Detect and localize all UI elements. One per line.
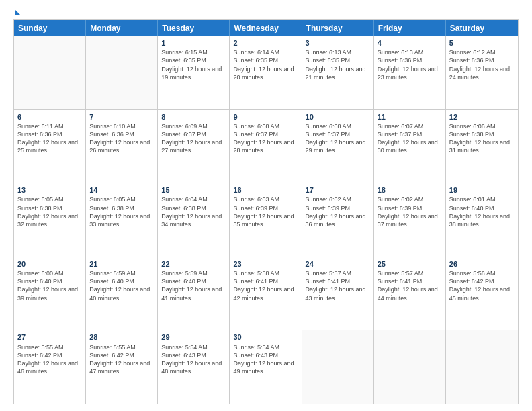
logo-triangle-icon: [15, 9, 21, 15]
calendar-cell: 2Sunrise: 6:14 AM Sunset: 6:35 PM Daylig…: [230, 36, 302, 109]
day-header-thursday: Thursday: [302, 20, 374, 36]
day-number: 21: [89, 259, 154, 269]
week-row-5: 27Sunrise: 5:55 AM Sunset: 6:42 PM Dayli…: [14, 330, 518, 404]
calendar-cell: 15Sunrise: 6:04 AM Sunset: 6:38 PM Dayli…: [158, 183, 230, 257]
calendar-cell: 8Sunrise: 6:09 AM Sunset: 6:37 PM Daylig…: [158, 110, 230, 183]
day-number: 27: [17, 332, 82, 342]
calendar-cell: 12Sunrise: 6:06 AM Sunset: 6:38 PM Dayli…: [446, 110, 518, 183]
calendar-cell: 18Sunrise: 6:02 AM Sunset: 6:39 PM Dayli…: [374, 183, 446, 257]
day-number: 12: [449, 112, 515, 122]
calendar-header: SundayMondayTuesdayWednesdayThursdayFrid…: [14, 20, 518, 36]
day-number: 29: [161, 332, 226, 342]
cell-info: Sunrise: 6:08 AM Sunset: 6:37 PM Dayligh…: [306, 122, 370, 155]
day-number: 9: [233, 112, 298, 122]
logo: [13, 12, 21, 15]
calendar-cell: 26Sunrise: 5:56 AM Sunset: 6:42 PM Dayli…: [446, 257, 518, 330]
cell-info: Sunrise: 5:54 AM Sunset: 6:43 PM Dayligh…: [161, 343, 226, 376]
calendar-cell: [86, 36, 158, 109]
cell-info: Sunrise: 6:12 AM Sunset: 6:36 PM Dayligh…: [449, 48, 515, 81]
cell-info: Sunrise: 6:13 AM Sunset: 6:35 PM Dayligh…: [306, 48, 370, 81]
day-number: 16: [233, 185, 298, 195]
calendar-cell: 19Sunrise: 6:01 AM Sunset: 6:40 PM Dayli…: [446, 183, 518, 257]
day-number: 24: [306, 259, 370, 269]
day-number: 30: [233, 332, 298, 342]
day-number: 6: [17, 112, 82, 122]
cell-info: Sunrise: 6:11 AM Sunset: 6:36 PM Dayligh…: [17, 122, 82, 155]
calendar-cell: [374, 330, 446, 404]
day-number: 15: [161, 185, 226, 195]
cell-info: Sunrise: 6:05 AM Sunset: 6:38 PM Dayligh…: [89, 195, 154, 228]
cell-info: Sunrise: 6:13 AM Sunset: 6:36 PM Dayligh…: [378, 48, 442, 81]
day-number: 8: [161, 112, 226, 122]
day-number: 18: [378, 185, 442, 195]
cell-info: Sunrise: 6:15 AM Sunset: 6:35 PM Dayligh…: [161, 48, 226, 81]
day-number: 1: [161, 38, 226, 48]
calendar-cell: 13Sunrise: 6:05 AM Sunset: 6:38 PM Dayli…: [14, 183, 86, 257]
calendar: SundayMondayTuesdayWednesdayThursdayFrid…: [13, 19, 519, 404]
calendar-cell: 25Sunrise: 5:57 AM Sunset: 6:41 PM Dayli…: [374, 257, 446, 330]
cell-info: Sunrise: 6:08 AM Sunset: 6:37 PM Dayligh…: [233, 122, 298, 155]
week-row-4: 20Sunrise: 6:00 AM Sunset: 6:40 PM Dayli…: [14, 257, 518, 330]
day-number: 28: [89, 332, 154, 342]
week-row-2: 6Sunrise: 6:11 AM Sunset: 6:36 PM Daylig…: [14, 109, 518, 183]
day-number: 23: [233, 259, 298, 269]
day-header-friday: Friday: [374, 20, 446, 36]
cell-info: Sunrise: 6:02 AM Sunset: 6:39 PM Dayligh…: [306, 195, 370, 228]
day-header-saturday: Saturday: [446, 20, 518, 36]
calendar-cell: 30Sunrise: 5:54 AM Sunset: 6:43 PM Dayli…: [230, 330, 302, 404]
cell-info: Sunrise: 5:59 AM Sunset: 6:40 PM Dayligh…: [161, 269, 226, 302]
calendar-cell: 11Sunrise: 6:07 AM Sunset: 6:37 PM Dayli…: [374, 110, 446, 183]
calendar-cell: 6Sunrise: 6:11 AM Sunset: 6:36 PM Daylig…: [14, 110, 86, 183]
day-number: 22: [161, 259, 226, 269]
day-header-monday: Monday: [86, 20, 158, 36]
calendar-cell: [302, 330, 374, 404]
cell-info: Sunrise: 5:56 AM Sunset: 6:42 PM Dayligh…: [449, 269, 515, 302]
calendar-cell: 20Sunrise: 6:00 AM Sunset: 6:40 PM Dayli…: [14, 257, 86, 330]
page: SundayMondayTuesdayWednesdayThursdayFrid…: [0, 0, 532, 411]
day-number: 3: [306, 38, 370, 48]
day-header-sunday: Sunday: [14, 20, 86, 36]
calendar-cell: 29Sunrise: 5:54 AM Sunset: 6:43 PM Dayli…: [158, 330, 230, 404]
week-row-3: 13Sunrise: 6:05 AM Sunset: 6:38 PM Dayli…: [14, 183, 518, 257]
calendar-body: 1Sunrise: 6:15 AM Sunset: 6:35 PM Daylig…: [14, 36, 518, 404]
day-number: 5: [449, 38, 515, 48]
cell-info: Sunrise: 5:55 AM Sunset: 6:42 PM Dayligh…: [89, 343, 154, 376]
cell-info: Sunrise: 6:04 AM Sunset: 6:38 PM Dayligh…: [161, 195, 226, 228]
calendar-cell: 4Sunrise: 6:13 AM Sunset: 6:36 PM Daylig…: [374, 36, 446, 109]
cell-info: Sunrise: 6:10 AM Sunset: 6:36 PM Dayligh…: [89, 122, 154, 155]
calendar-cell: 10Sunrise: 6:08 AM Sunset: 6:37 PM Dayli…: [302, 110, 374, 183]
day-number: 10: [306, 112, 370, 122]
calendar-cell: 9Sunrise: 6:08 AM Sunset: 6:37 PM Daylig…: [230, 110, 302, 183]
day-number: 17: [306, 185, 370, 195]
calendar-cell: 7Sunrise: 6:10 AM Sunset: 6:36 PM Daylig…: [86, 110, 158, 183]
calendar-cell: 24Sunrise: 5:57 AM Sunset: 6:41 PM Dayli…: [302, 257, 374, 330]
cell-info: Sunrise: 6:07 AM Sunset: 6:37 PM Dayligh…: [378, 122, 442, 155]
calendar-cell: 21Sunrise: 5:59 AM Sunset: 6:40 PM Dayli…: [86, 257, 158, 330]
day-number: 19: [449, 185, 515, 195]
cell-info: Sunrise: 6:00 AM Sunset: 6:40 PM Dayligh…: [17, 269, 82, 302]
day-number: 26: [449, 259, 515, 269]
cell-info: Sunrise: 5:57 AM Sunset: 6:41 PM Dayligh…: [378, 269, 442, 302]
calendar-cell: 14Sunrise: 6:05 AM Sunset: 6:38 PM Dayli…: [86, 183, 158, 257]
day-header-wednesday: Wednesday: [230, 20, 302, 36]
calendar-cell: 28Sunrise: 5:55 AM Sunset: 6:42 PM Dayli…: [86, 330, 158, 404]
calendar-cell: 3Sunrise: 6:13 AM Sunset: 6:35 PM Daylig…: [302, 36, 374, 109]
cell-info: Sunrise: 6:09 AM Sunset: 6:37 PM Dayligh…: [161, 122, 226, 155]
week-row-1: 1Sunrise: 6:15 AM Sunset: 6:35 PM Daylig…: [14, 36, 518, 109]
header: [13, 12, 519, 15]
day-number: 11: [378, 112, 442, 122]
day-header-tuesday: Tuesday: [158, 20, 230, 36]
day-number: 25: [378, 259, 442, 269]
calendar-cell: 17Sunrise: 6:02 AM Sunset: 6:39 PM Dayli…: [302, 183, 374, 257]
day-number: 20: [17, 259, 82, 269]
calendar-cell: 22Sunrise: 5:59 AM Sunset: 6:40 PM Dayli…: [158, 257, 230, 330]
cell-info: Sunrise: 6:05 AM Sunset: 6:38 PM Dayligh…: [17, 195, 82, 228]
cell-info: Sunrise: 6:01 AM Sunset: 6:40 PM Dayligh…: [449, 195, 515, 228]
cell-info: Sunrise: 5:55 AM Sunset: 6:42 PM Dayligh…: [17, 343, 82, 376]
calendar-cell: [446, 330, 518, 404]
day-number: 4: [378, 38, 442, 48]
day-number: 7: [89, 112, 154, 122]
day-number: 14: [89, 185, 154, 195]
cell-info: Sunrise: 6:03 AM Sunset: 6:39 PM Dayligh…: [233, 195, 298, 228]
day-number: 2: [233, 38, 298, 48]
